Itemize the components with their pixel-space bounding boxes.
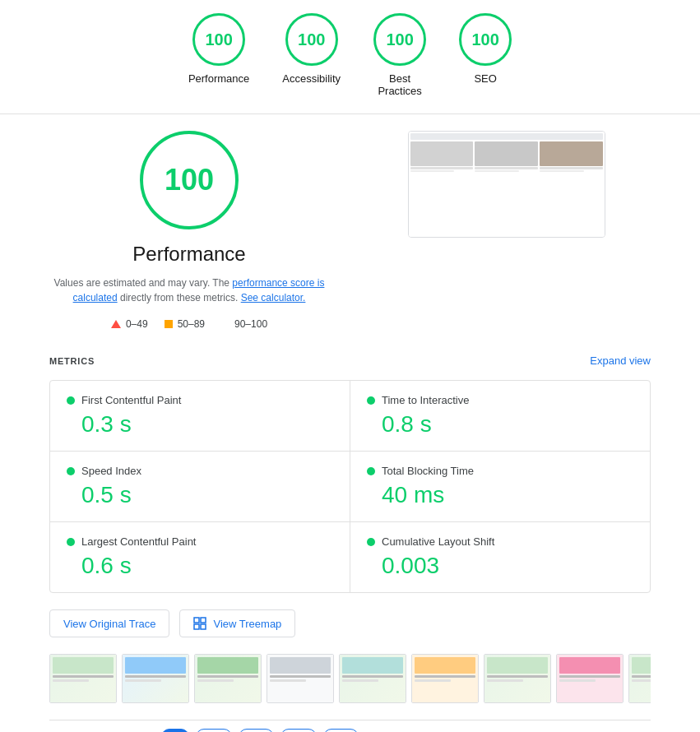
metric-cls-label: Cumulative Layout Shift (382, 535, 494, 548)
score-circle-performance: 100 (192, 13, 245, 66)
bad-icon (111, 320, 121, 328)
metric-tbt: Total Blocking Time 40 ms (350, 452, 650, 521)
metrics-row-3: Largest Contentful Paint 0.6 s Cumulativ… (50, 522, 650, 592)
metric-cls-value: 0.003 (382, 553, 633, 579)
filter-tbt-button[interactable]: TBT (239, 729, 274, 732)
perf-left: 100 Performance Values are estimated and… (49, 131, 329, 330)
thumbnail-4[interactable] (267, 654, 334, 703)
audits-filter: Show audits relevant to: All FCP TBT LCP… (49, 720, 651, 732)
scores-bar: 100 Performance 100 Accessibility 100 Be… (0, 0, 700, 114)
good-icon (221, 320, 229, 328)
metrics-row-1: First Contentful Paint 0.3 s Time to Int… (50, 381, 650, 452)
mock-text-3 (540, 167, 603, 169)
metric-fcp-label: First Contentful Paint (81, 394, 181, 406)
metric-tbt-dot (367, 467, 375, 475)
mock-img-3 (540, 141, 603, 166)
calculator-link[interactable]: See calculator. (241, 292, 306, 303)
metric-cls: Cumulative Layout Shift 0.003 (350, 522, 650, 592)
mock-img-1 (410, 141, 474, 166)
score-circle-accessibility: 100 (285, 13, 338, 66)
metric-cls-name-row: Cumulative Layout Shift (367, 535, 633, 548)
metrics-label: METRICS (49, 356, 95, 366)
expand-view-button[interactable]: Expand view (590, 354, 651, 367)
mock-text-sm-3 (540, 170, 584, 172)
mock-text-sm-2 (475, 170, 519, 172)
legend-mid: 50–89 (165, 318, 205, 330)
performance-section: 100 Performance Values are estimated and… (49, 131, 651, 330)
score-label-best-practices: BestPractices (378, 72, 421, 97)
metric-lcp-value: 0.6 s (81, 553, 333, 579)
thumbnail-7[interactable] (484, 654, 551, 703)
thumbnails-strip (49, 654, 651, 703)
mock-header (410, 133, 603, 140)
metric-tbt-name-row: Total Blocking Time (367, 465, 633, 477)
action-buttons: View Original Trace View Treemap (49, 609, 651, 637)
mock-col-1 (410, 141, 474, 235)
metric-si-name-row: Speed Index (67, 465, 333, 477)
perf-right (362, 131, 651, 238)
perf-title: Performance (132, 243, 245, 266)
metric-si-dot (67, 467, 75, 475)
metrics-header: METRICS Expand view (49, 354, 651, 367)
metric-lcp: Largest Contentful Paint 0.6 s (50, 522, 350, 592)
thumbnail-8[interactable] (556, 654, 624, 703)
score-legend: 0–49 50–89 90–100 (111, 318, 267, 330)
perf-description: Values are estimated and may vary. The p… (49, 276, 329, 305)
score-item-best-practices[interactable]: 100 BestPractices (373, 13, 426, 97)
mock-text-2 (475, 167, 538, 169)
score-label-performance: Performance (188, 72, 249, 85)
metrics-row-2: Speed Index 0.5 s Total Blocking Time 40… (50, 452, 650, 522)
score-item-performance[interactable]: 100 Performance (188, 13, 249, 97)
metric-tti-dot (367, 396, 375, 405)
main-content: 100 Performance Values are estimated and… (0, 114, 700, 732)
mid-icon (165, 320, 173, 328)
mock-text-1 (410, 167, 474, 169)
mock-text-sm-1 (410, 170, 455, 172)
mock-col-3 (540, 141, 603, 235)
score-circle-best-practices: 100 (373, 13, 426, 66)
metric-cls-dot (367, 538, 375, 546)
view-original-trace-button[interactable]: View Original Trace (49, 609, 169, 637)
legend-bad: 0–49 (111, 318, 148, 330)
thumbnail-2[interactable] (122, 654, 189, 703)
metric-tbt-label: Total Blocking Time (382, 465, 474, 477)
thumbnail-9[interactable] (628, 654, 651, 703)
mock-img-2 (475, 141, 538, 166)
metric-tti-name-row: Time to Interactive (367, 394, 633, 406)
thumbnail-5[interactable] (339, 654, 406, 703)
view-treemap-button[interactable]: View Treemap (179, 609, 295, 637)
filter-lcp-button[interactable]: LCP (280, 729, 316, 732)
metric-si-value: 0.5 s (81, 482, 333, 508)
filter-cls-button[interactable]: CLS (323, 729, 359, 732)
big-score-circle: 100 (140, 131, 239, 229)
score-label-accessibility: Accessibility (282, 72, 341, 85)
metric-fcp: First Contentful Paint 0.3 s (50, 381, 350, 451)
metric-lcp-name-row: Largest Contentful Paint (67, 535, 333, 548)
mock-page (409, 132, 605, 237)
score-item-accessibility[interactable]: 100 Accessibility (282, 13, 341, 97)
metric-fcp-name-row: First Contentful Paint (67, 394, 333, 406)
metric-fcp-dot (67, 396, 75, 405)
svg-rect-1 (201, 618, 206, 623)
score-label-seo: SEO (474, 72, 496, 85)
treemap-icon (193, 617, 206, 630)
metric-tti-value: 0.8 s (382, 411, 633, 438)
svg-rect-3 (201, 624, 206, 629)
metrics-grid: First Contentful Paint 0.3 s Time to Int… (49, 380, 651, 593)
filter-fcp-button[interactable]: FCP (196, 729, 232, 732)
screenshot-preview (408, 131, 605, 238)
thumbnail-6[interactable] (411, 654, 479, 703)
svg-rect-2 (194, 624, 199, 629)
score-item-seo[interactable]: 100 SEO (459, 13, 512, 97)
metric-tbt-value: 40 ms (382, 482, 633, 508)
metric-si-label: Speed Index (81, 465, 141, 477)
score-circle-seo: 100 (459, 13, 512, 66)
metric-si: Speed Index 0.5 s (50, 452, 350, 521)
metric-tti-label: Time to Interactive (382, 394, 469, 406)
metric-lcp-label: Largest Contentful Paint (81, 535, 196, 548)
filter-all-button[interactable]: All (161, 729, 189, 732)
mock-grid (410, 141, 603, 235)
mock-col-2 (475, 141, 538, 235)
thumbnail-3[interactable] (194, 654, 262, 703)
thumbnail-1[interactable] (49, 654, 117, 703)
